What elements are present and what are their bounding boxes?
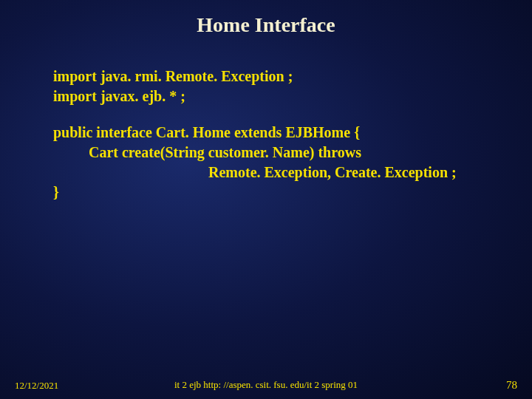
code-line: import java. rmi. Remote. Exception ;: [53, 66, 532, 86]
footer-page-number: 78: [506, 379, 517, 392]
slide-title: Home Interface: [0, 0, 532, 37]
slide-footer: 12/12/2021 it 2 ejb http: //aspen. csit.…: [0, 379, 532, 392]
code-line: import javax. ejb. * ;: [53, 86, 532, 106]
code-line: public interface Cart. Home extends EJBH…: [53, 123, 532, 143]
code-line: }: [53, 183, 532, 202]
code-line: Cart create(String customer. Name) throw…: [53, 143, 532, 163]
footer-source: it 2 ejb http: //aspen. csit. fsu. edu/i…: [174, 379, 358, 391]
import-block: import java. rmi. Remote. Exception ; im…: [53, 66, 532, 106]
code-block: import java. rmi. Remote. Exception ; im…: [0, 37, 532, 202]
footer-date: 12/12/2021: [15, 380, 58, 392]
code-line: Remote. Exception, Create. Exception ;: [53, 163, 532, 183]
interface-block: public interface Cart. Home extends EJBH…: [53, 123, 532, 202]
